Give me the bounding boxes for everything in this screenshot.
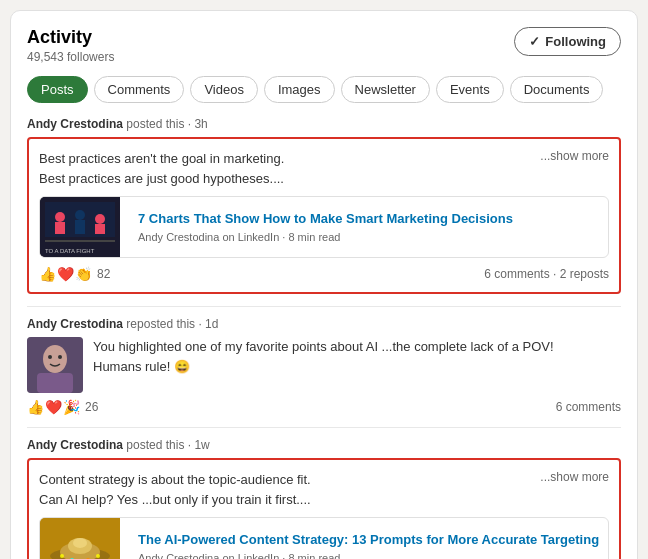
svg-rect-12 xyxy=(37,373,73,393)
tab-newsletter[interactable]: Newsletter xyxy=(341,76,430,103)
tabs-bar: Posts Comments Videos Images Newsletter … xyxy=(27,76,621,103)
post-action: posted this · xyxy=(126,117,194,131)
post-author: Andy Crestodina xyxy=(27,317,123,331)
article-source: Andy Crestodina on LinkedIn · 8 min read xyxy=(138,231,513,243)
activity-header: Activity 49,543 followers ✓ Following xyxy=(27,27,621,64)
clap-emoji: 🎉 xyxy=(63,399,80,415)
post-stats: 6 comments · 2 reposts xyxy=(484,267,609,281)
like-emoji: 👍 xyxy=(27,399,44,415)
article-thumbnail: TO A DATA FIGHT xyxy=(40,197,120,257)
post-box: Best practices aren't the goal in market… xyxy=(27,137,621,294)
svg-rect-5 xyxy=(75,220,85,234)
article-thumbnail xyxy=(40,518,120,559)
post-text: Content strategy is about the topic-audi… xyxy=(39,470,609,509)
activity-card: Activity 49,543 followers ✓ Following Po… xyxy=(10,10,638,559)
page-title: Activity xyxy=(27,27,114,48)
post-action: posted this · xyxy=(126,438,194,452)
post-meta: Andy Crestodina posted this · 3h xyxy=(27,117,621,131)
svg-point-11 xyxy=(43,345,67,373)
svg-rect-7 xyxy=(95,224,105,234)
repost-thumbnail xyxy=(27,337,83,393)
show-more-link[interactable]: ...show more xyxy=(540,470,609,484)
header-left: Activity 49,543 followers xyxy=(27,27,114,64)
reactions-left: 👍 ❤️ 🎉 26 xyxy=(27,399,98,415)
tab-images[interactable]: Images xyxy=(264,76,335,103)
like-emoji: 👍 xyxy=(39,266,56,282)
svg-point-19 xyxy=(73,538,87,548)
post-time: 1w xyxy=(194,438,209,452)
post-item: Andy Crestodina reposted this · 1d You h… xyxy=(27,317,621,415)
repost-inner: You highlighted one of my favorite point… xyxy=(27,337,621,393)
svg-point-6 xyxy=(95,214,105,224)
reactions-left: 👍 ❤️ 👏 82 xyxy=(39,266,110,282)
clap-emoji: 👏 xyxy=(75,266,92,282)
svg-text:TO A DATA FIGHT: TO A DATA FIGHT xyxy=(45,248,95,254)
emoji-icons: 👍 ❤️ 🎉 xyxy=(27,399,81,415)
article-info: 7 Charts That Show How to Make Smart Mar… xyxy=(130,197,521,257)
svg-point-14 xyxy=(58,355,62,359)
divider xyxy=(27,306,621,307)
post-text: Best practices aren't the goal in market… xyxy=(39,149,609,188)
svg-point-4 xyxy=(75,210,85,220)
emoji-icons: 👍 ❤️ 👏 xyxy=(39,266,93,282)
tab-videos[interactable]: Videos xyxy=(190,76,258,103)
post-meta: Andy Crestodina reposted this · 1d xyxy=(27,317,621,331)
repost-text: You highlighted one of my favorite point… xyxy=(93,337,554,376)
show-more-link[interactable]: ...show more xyxy=(540,149,609,163)
followers-count: 49,543 followers xyxy=(27,50,114,64)
article-card[interactable]: The AI-Powered Content Strategy: 13 Prom… xyxy=(39,517,609,559)
reactions-row: 👍 ❤️ 👏 82 6 comments · 2 reposts xyxy=(39,266,609,282)
reactions-row: 👍 ❤️ 🎉 26 6 comments xyxy=(27,399,621,415)
post-box: Content strategy is about the topic-audi… xyxy=(27,458,621,559)
heart-emoji: ❤️ xyxy=(57,266,74,282)
tab-posts[interactable]: Posts xyxy=(27,76,88,103)
svg-point-23 xyxy=(96,554,100,558)
post-time: 3h xyxy=(194,117,207,131)
tab-comments[interactable]: Comments xyxy=(94,76,185,103)
article-source: Andy Crestodina on LinkedIn · 8 min read xyxy=(138,552,599,559)
svg-point-2 xyxy=(55,212,65,222)
post-author: Andy Crestodina xyxy=(27,438,123,452)
svg-point-20 xyxy=(60,554,64,558)
post-meta: Andy Crestodina posted this · 1w xyxy=(27,438,621,452)
reaction-count: 26 xyxy=(85,400,98,414)
tab-documents[interactable]: Documents xyxy=(510,76,604,103)
post-action: reposted this · xyxy=(126,317,205,331)
check-icon: ✓ xyxy=(529,34,540,49)
heart-emoji: ❤️ xyxy=(45,399,62,415)
post-stats: 6 comments xyxy=(556,400,621,414)
tab-events[interactable]: Events xyxy=(436,76,504,103)
article-title: The AI-Powered Content Strategy: 13 Prom… xyxy=(138,532,599,549)
article-info: The AI-Powered Content Strategy: 13 Prom… xyxy=(130,518,607,559)
post-item: Andy Crestodina posted this · 1w Content… xyxy=(27,438,621,559)
following-label: Following xyxy=(545,34,606,49)
article-title: 7 Charts That Show How to Make Smart Mar… xyxy=(138,211,513,228)
post-author: Andy Crestodina xyxy=(27,117,123,131)
post-time: 1d xyxy=(205,317,218,331)
svg-point-13 xyxy=(48,355,52,359)
svg-rect-8 xyxy=(45,240,115,242)
article-card[interactable]: TO A DATA FIGHT 7 Charts That Show How t… xyxy=(39,196,609,258)
svg-rect-3 xyxy=(55,222,65,234)
post-item: Andy Crestodina posted this · 3h Best pr… xyxy=(27,117,621,294)
divider xyxy=(27,427,621,428)
reaction-count: 82 xyxy=(97,267,110,281)
following-button[interactable]: ✓ Following xyxy=(514,27,621,56)
